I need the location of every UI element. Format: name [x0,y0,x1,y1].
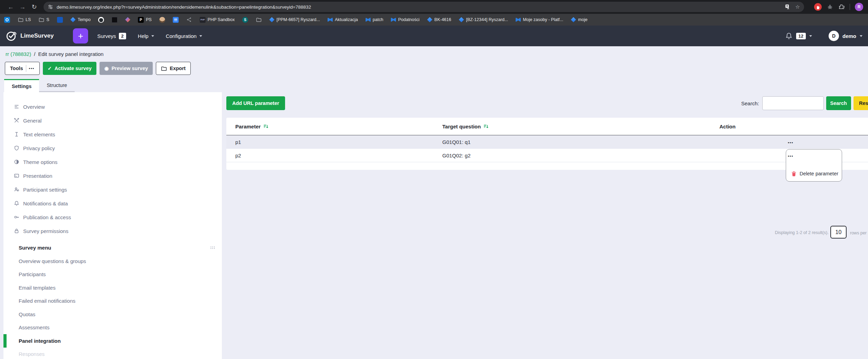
sidebar-item-email-templates[interactable]: Email templates [3,281,222,294]
confluence-icon [328,18,333,22]
bookmark-item[interactable]: PPS [138,17,152,23]
browser-profile-avatar[interactable]: R [855,3,863,11]
sidebar-item-notifications-data[interactable]: Notifications & data [3,196,222,210]
bookmark-folder[interactable]: LS [18,17,31,23]
bookmark-item[interactable]: Aktualizacja [328,17,358,22]
sidebar-item-presentation[interactable]: Presentation [3,169,222,183]
sidebar-item-survey-permissions[interactable]: Survey permissions [3,224,222,238]
bookmark-item[interactable] [4,17,10,23]
bookmark-item[interactable]: Tempo [70,17,91,22]
add-url-parameter-button[interactable]: Add URL parameter [226,96,285,110]
table-row[interactable]: p1 G01Q01: q1 ••• [226,135,868,149]
nav-configuration[interactable]: Configuration [166,33,202,39]
sidebar-item-theme-options[interactable]: Theme options [3,155,222,169]
breadcrumb-survey-link[interactable]: rr (788832) [6,51,31,57]
divider [850,4,850,10]
sidebar-item-overview[interactable]: Overview [3,100,222,114]
bookmark-item[interactable] [57,17,63,23]
jira-icon [427,17,432,22]
sidebar-item-failed-email-notifications[interactable]: Failed email notifications [3,294,222,308]
bookmark-star-icon[interactable]: ☆ [795,4,800,10]
survey-permissions-icon [14,228,19,234]
create-survey-button[interactable]: + [73,28,88,43]
sidebar-item-publication-access[interactable]: Publication & access [3,210,222,224]
search-button[interactable]: Search [826,96,851,110]
bookmark-item[interactable]: moje [571,17,587,22]
sidebar-item-responses: Responses [3,348,222,359]
export-button[interactable]: Export [156,62,191,75]
chevron-down-icon[interactable] [809,35,812,37]
column-header-target-question[interactable]: Target question [442,124,719,129]
nav-surveys[interactable]: Surveys 2 [97,33,126,39]
sidebar-item-quotas[interactable]: Quotas [3,308,222,321]
bookmark-item[interactable] [112,17,117,23]
table-header-row: Parameter Target question Action [226,118,868,135]
page-title: Edit survey panel integration [38,51,103,57]
bookmark-item[interactable] [125,17,130,22]
row-actions-button[interactable]: ••• [788,140,793,145]
search-input[interactable] [762,96,824,110]
rows-per-page-input[interactable] [830,226,847,239]
adblock-extension-icon[interactable] [814,3,822,11]
sidebar-item-overview-questions-groups[interactable]: Overview questions & groups [3,254,222,268]
notification-count-badge[interactable]: 12 [796,33,806,39]
forward-icon[interactable]: → [17,3,28,11]
tab-structure[interactable]: Structure [39,79,75,92]
text-elements-icon [14,132,19,137]
preview-survey-button[interactable]: ◉ Preview survey [100,62,153,75]
table-row[interactable]: p2 G01Q02: g2 ••• [226,149,868,162]
reset-button[interactable]: Reset [853,96,868,110]
sidebar-item-assessments[interactable]: Assessments [3,321,222,334]
bookmark-folder[interactable] [256,17,262,23]
trash-icon [791,171,796,176]
address-bar[interactable]: demo.limesurvey.org/index.php?r=surveyAd… [44,2,804,12]
drag-handle-icon[interactable] [210,246,215,249]
bookmark-item[interactable]: PHPPHP Sandbox [200,17,235,23]
sidebar-item-participants[interactable]: Participants [3,268,222,281]
sidebar-item-panel-integration[interactable]: Panel integration [3,334,222,348]
nav-help[interactable]: Help [138,33,154,39]
activate-survey-button[interactable]: ✓ Activate survey [43,62,96,75]
bookmark-item[interactable] [173,17,179,23]
site-settings-icon[interactable] [48,4,53,10]
sidebar-item-text-elements[interactable]: Text elements [3,127,222,141]
tab-settings[interactable]: Settings [4,79,39,92]
bookmark-item[interactable] [159,17,165,23]
sort-icon[interactable] [263,124,268,129]
user-avatar[interactable]: D [829,31,839,41]
sidebar-item-privacy-policy[interactable]: Privacy policy [3,141,222,155]
reload-icon[interactable]: ↻ [28,3,40,11]
bookmark-item[interactable]: [BZ-12344] Ryszard... [459,17,508,22]
tools-button[interactable]: Tools ••• [5,62,40,75]
delete-parameter-menu-item[interactable]: Delete parameter [791,171,838,176]
bookmark-item[interactable]: patch [366,17,384,22]
bug-extension-icon[interactable] [827,4,833,10]
publication-access-icon [14,214,19,220]
bookmark-item[interactable] [186,17,192,23]
bookmark-item[interactable]: Moje zasoby - Platf... [516,17,563,22]
extensions-puzzle-icon[interactable] [838,4,845,10]
sort-icon[interactable] [483,124,489,129]
app-icon [57,17,63,23]
limesurvey-logo[interactable]: LimeSurvey [6,30,54,42]
chevron-down-icon[interactable] [860,35,862,37]
translate-icon[interactable] [785,4,791,10]
username[interactable]: demo [842,33,856,39]
bookmark-item[interactable]: BK-4616 [427,17,451,22]
more-options-icon[interactable]: ••• [29,66,35,70]
sidebar-item-general[interactable]: General [3,114,222,127]
row-actions-button[interactable]: ••• [788,154,793,158]
bookmark-item[interactable] [98,17,104,23]
sharepoint-icon: S [242,17,248,23]
sidebar-item-participant-settings[interactable]: Participant settings [3,183,222,196]
bookmark-folder[interactable]: S [38,17,49,23]
search-label: Search: [741,100,759,106]
column-header-parameter[interactable]: Parameter [226,124,442,129]
back-icon[interactable]: ← [5,3,17,11]
bookmark-item[interactable]: Podatności [391,17,419,22]
bookmark-item[interactable]: [PPM-6657] Ryszard... [269,17,320,22]
notifications-bell-icon[interactable] [785,32,793,40]
bookmark-item[interactable]: S [242,17,248,23]
surveys-count-badge: 2 [119,33,126,39]
avatar-icon [159,17,165,23]
